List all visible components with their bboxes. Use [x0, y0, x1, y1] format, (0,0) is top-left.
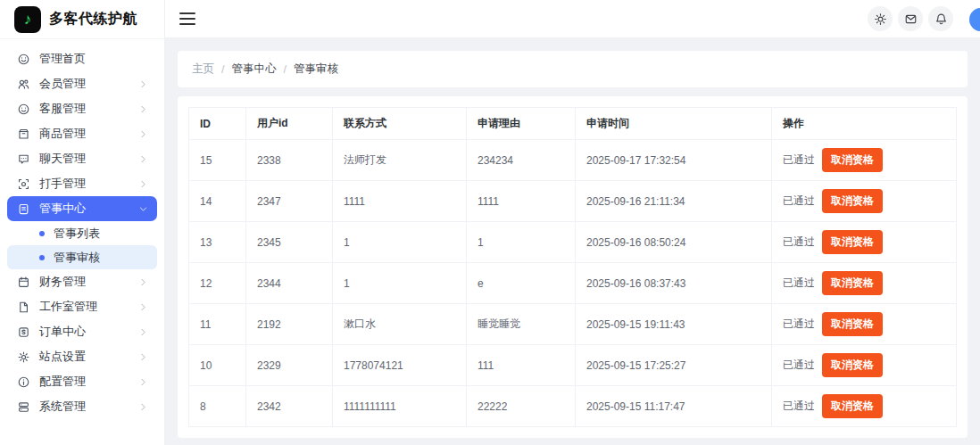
status-text: 已通过 [783, 194, 815, 207]
service-icon [16, 102, 30, 116]
sun-icon [874, 12, 887, 26]
sidebar-subitem-label: 管事列表 [54, 226, 100, 242]
column-header-user_id: 用户id [246, 108, 333, 140]
cancel-qualification-button[interactable]: 取消资格 [822, 312, 883, 336]
info-icon [16, 375, 30, 389]
system-icon [16, 400, 30, 414]
status-text: 已通过 [783, 153, 815, 166]
order-icon [16, 325, 30, 339]
chevron-right-icon [138, 402, 148, 412]
sidebar-item-support[interactable]: 客服管理 [7, 96, 157, 121]
user-avatar[interactable] [969, 8, 980, 31]
bell-icon [934, 12, 948, 26]
cell-contact: 漱口水 [333, 304, 467, 345]
cell-id: 13 [189, 222, 246, 263]
sidebar-item-goods[interactable]: 商品管理 [7, 121, 157, 146]
cell-contact: 1 [333, 222, 467, 263]
cell-reason: 22222 [467, 386, 576, 427]
messages-button[interactable] [898, 6, 923, 31]
sidebar-subitem-steward-list[interactable]: 管事列表 [7, 221, 157, 245]
cancel-qualification-button[interactable]: 取消资格 [822, 394, 883, 418]
cell-id: 11 [189, 304, 246, 345]
table-header-row: ID用户id联系方式申请理由申请时间操作 [189, 108, 957, 140]
status-text: 已通过 [783, 276, 815, 289]
table-row: 142347111111112025-09-16 21:11:34已通过取消资格 [189, 181, 957, 222]
breadcrumb: 主页/管事中心/管事审核 [178, 51, 968, 87]
status-text: 已通过 [783, 400, 815, 412]
sidebar-item-dashboard[interactable]: 管理首页 [7, 46, 157, 71]
cancel-qualification-button[interactable]: 取消资格 [822, 189, 883, 213]
chevron-right-icon [138, 79, 148, 89]
sidebar-item-members[interactable]: 会员管理 [7, 71, 157, 96]
audit-table-card: ID用户id联系方式申请理由申请时间操作 152338法师打发234234202… [178, 96, 968, 438]
cell-action: 已通过取消资格 [772, 222, 957, 263]
cancel-qualification-button[interactable]: 取消资格 [822, 353, 883, 377]
sidebar-item-label: 商品管理 [39, 126, 86, 142]
sidebar-item-label: 订单中心 [39, 324, 86, 340]
hamburger-menu-icon[interactable] [179, 12, 195, 25]
cancel-qualification-button[interactable]: 取消资格 [822, 148, 883, 172]
topbar-actions [868, 6, 968, 31]
app-title: 多客代练护航 [49, 10, 137, 29]
sidebar-item-label: 客服管理 [39, 101, 86, 117]
table-row: 152338法师打发2342342025-09-17 17:32:54已通过取消… [189, 140, 957, 181]
bullet-dot-icon [39, 231, 45, 236]
music-note-icon: ♪ [24, 12, 32, 27]
file-icon [16, 300, 30, 314]
sidebar-subitem-steward-audit[interactable]: 管事审核 [7, 245, 157, 269]
cell-action: 已通过取消资格 [772, 304, 957, 345]
cell-reason: 111 [467, 345, 576, 386]
table-row: 112192漱口水睡觉睡觉2025-09-15 19:11:43已通过取消资格 [189, 304, 957, 345]
sidebar-item-label: 工作室管理 [39, 299, 97, 315]
gear-icon [16, 350, 30, 364]
chevron-right-icon [138, 277, 148, 287]
sidebar-item-finance[interactable]: 财务管理 [7, 269, 157, 294]
chevron-right-icon [138, 302, 148, 312]
sidebar-item-site-settings[interactable]: 站点设置 [7, 344, 157, 369]
logo-row: ♪ 多客代练护航 [0, 0, 164, 39]
status-text: 已通过 [783, 235, 815, 248]
sidebar-item-hitters[interactable]: 打手管理 [7, 171, 157, 196]
topbar [165, 0, 980, 38]
sidebar-item-system[interactable]: 系统管理 [7, 394, 157, 419]
bullet-dot-icon [39, 255, 45, 260]
breadcrumb-separator: / [283, 63, 286, 76]
sidebar-item-chat[interactable]: 聊天管理 [7, 146, 157, 171]
cell-time: 2025-09-15 11:17:47 [576, 386, 772, 427]
status-text: 已通过 [783, 358, 815, 371]
sidebar-item-steward-center[interactable]: 管事中心 [7, 196, 157, 221]
cell-action: 已通过取消资格 [772, 181, 957, 222]
cell-id: 14 [189, 181, 246, 222]
table-row: 132345112025-09-16 08:50:24已通过取消资格 [189, 222, 957, 263]
breadcrumb-item[interactable]: 主页 [192, 62, 214, 77]
table-body: 152338法师打发2342342025-09-17 17:32:54已通过取消… [189, 140, 957, 427]
theme-toggle-button[interactable] [868, 6, 893, 31]
cell-reason: e [467, 263, 576, 304]
notifications-button[interactable] [928, 6, 953, 31]
cell-action: 已通过取消资格 [772, 345, 957, 386]
crop-icon [16, 177, 30, 191]
sidebar-item-label: 配置管理 [39, 374, 86, 390]
sidebar-item-config[interactable]: 配置管理 [7, 369, 157, 394]
cell-user_id: 2345 [246, 222, 333, 263]
cell-reason: 234234 [467, 140, 576, 181]
sidebar-item-label: 管理首页 [39, 51, 86, 67]
cancel-qualification-button[interactable]: 取消资格 [822, 230, 883, 254]
cell-action: 已通过取消资格 [772, 140, 957, 181]
main-column: 主页/管事中心/管事审核 ID用户id联系方式申请理由申请时间操作 152338… [165, 0, 980, 445]
cell-id: 12 [189, 263, 246, 304]
sidebar-item-orders[interactable]: 订单中心 [7, 319, 157, 344]
cell-contact: 1 [333, 263, 467, 304]
cell-reason: 1111 [467, 181, 576, 222]
chevron-right-icon [138, 352, 148, 362]
column-header-id: ID [189, 108, 246, 140]
cell-user_id: 2192 [246, 304, 333, 345]
sidebar-item-studio[interactable]: 工作室管理 [7, 294, 157, 319]
cell-action: 已通过取消资格 [772, 386, 957, 427]
cell-user_id: 2344 [246, 263, 333, 304]
sidebar: ♪ 多客代练护航 管理首页会员管理客服管理商品管理聊天管理打手管理管事中心管事列… [0, 0, 165, 445]
cancel-qualification-button[interactable]: 取消资格 [822, 271, 883, 295]
table-row: 1223441e2025-09-16 08:37:43已通过取消资格 [189, 263, 957, 304]
app-root: ♪ 多客代练护航 管理首页会员管理客服管理商品管理聊天管理打手管理管事中心管事列… [0, 0, 980, 445]
sidebar-item-label: 系统管理 [39, 399, 86, 415]
